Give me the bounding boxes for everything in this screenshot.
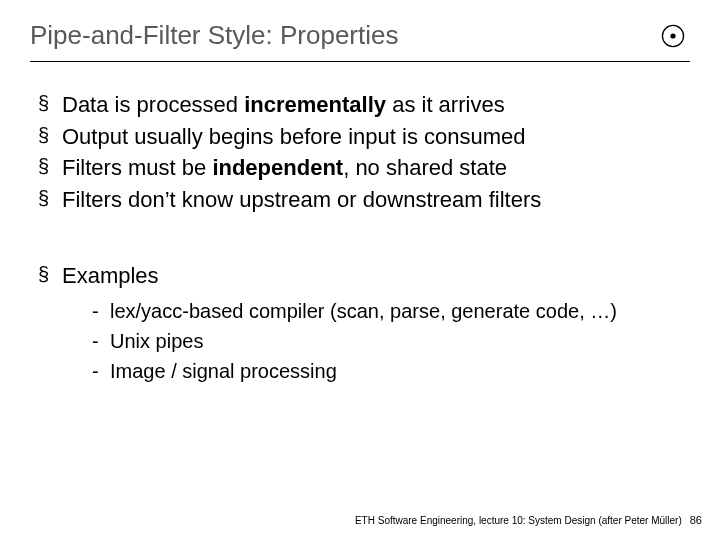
text: Output usually begins before input is co… xyxy=(62,124,526,149)
bullet-item: Examples lex/yacc-based compiler (scan, … xyxy=(38,261,690,387)
logo-icon xyxy=(660,23,686,49)
text-bold: incrementally xyxy=(244,92,386,117)
text-bold: independent xyxy=(212,155,343,180)
slide-title: Pipe-and-Filter Style: Properties xyxy=(30,20,398,51)
svg-point-1 xyxy=(670,33,675,38)
text: Filters don’t know upstream or downstrea… xyxy=(62,187,541,212)
bullet-item: Filters must be independent, no shared s… xyxy=(38,153,690,183)
footer: ETH Software Engineering, lecture 10: Sy… xyxy=(355,514,702,526)
examples-list: Examples lex/yacc-based compiler (scan, … xyxy=(30,261,690,387)
footer-credit: ETH Software Engineering, lecture 10: Sy… xyxy=(355,515,682,526)
text: Data is processed xyxy=(62,92,244,117)
bullet-item: Data is processed incrementally as it ar… xyxy=(38,90,690,120)
bullet-item: Filters don’t know upstream or downstrea… xyxy=(38,185,690,215)
text: Examples xyxy=(62,263,159,288)
spacer xyxy=(30,217,690,261)
bullet-list: Data is processed incrementally as it ar… xyxy=(30,90,690,215)
text: Image / signal processing xyxy=(110,360,337,382)
text: as it arrives xyxy=(386,92,505,117)
text: , no shared state xyxy=(343,155,507,180)
text: lex/yacc-based compiler (scan, parse, ge… xyxy=(110,300,617,322)
sub-list: lex/yacc-based compiler (scan, parse, ge… xyxy=(62,296,690,386)
page-number: 86 xyxy=(690,514,702,526)
sub-item: Image / signal processing xyxy=(92,356,690,386)
slide: Pipe-and-Filter Style: Properties Data i… xyxy=(0,0,720,540)
text: Filters must be xyxy=(62,155,212,180)
header: Pipe-and-Filter Style: Properties xyxy=(30,20,690,51)
sub-item: lex/yacc-based compiler (scan, parse, ge… xyxy=(92,296,690,326)
text: Unix pipes xyxy=(110,330,203,352)
sub-item: Unix pipes xyxy=(92,326,690,356)
slide-body: Data is processed incrementally as it ar… xyxy=(30,62,690,386)
bullet-item: Output usually begins before input is co… xyxy=(38,122,690,152)
